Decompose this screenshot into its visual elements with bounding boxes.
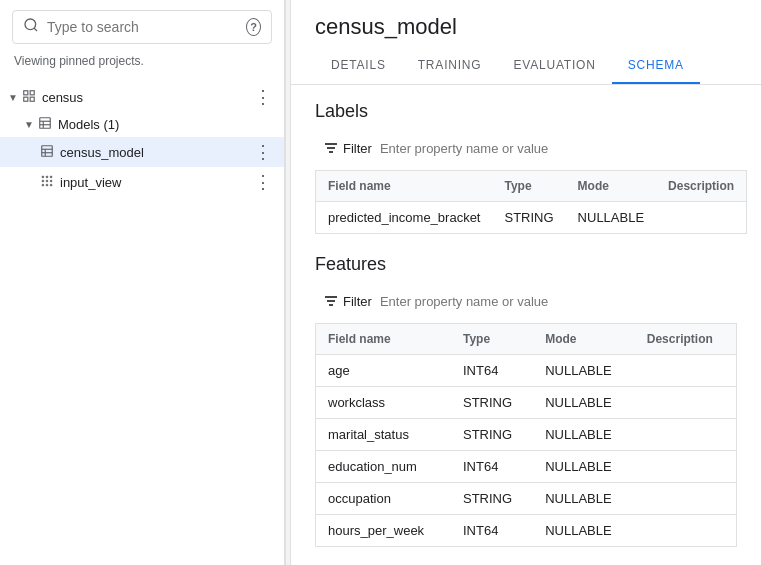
feature-row-fieldname: workclass: [316, 387, 452, 419]
svg-point-17: [42, 180, 44, 182]
chevron-down-icon: ▼: [8, 92, 18, 103]
input-view-label: input_view: [60, 175, 121, 190]
svg-point-16: [50, 176, 52, 178]
svg-rect-3: [30, 90, 34, 94]
svg-point-15: [46, 176, 48, 178]
svg-rect-5: [30, 97, 34, 101]
feature-row-mode: NULLABLE: [533, 355, 635, 387]
tree-item-census-model[interactable]: census_model ⋮: [0, 137, 284, 167]
features-filter-icon: Filter: [323, 293, 372, 309]
features-col-mode: Mode: [533, 324, 635, 355]
table-row: marital_status STRING NULLABLE: [316, 419, 737, 451]
tab-bar: DETAILS TRAINING EVALUATION SCHEMA: [291, 48, 761, 85]
census-label: census: [42, 90, 83, 105]
more-icon[interactable]: ⋮: [250, 141, 276, 163]
table-row: workclass STRING NULLABLE: [316, 387, 737, 419]
labels-section: Labels Filter Field name Type Mode De: [315, 101, 737, 234]
feature-row-mode: NULLABLE: [533, 515, 635, 547]
svg-point-19: [50, 180, 52, 182]
grid-icon: [22, 89, 36, 106]
features-section: Features Filter Field name Type Mode: [315, 254, 737, 547]
table-row: education_num INT64 NULLABLE: [316, 451, 737, 483]
svg-point-0: [25, 19, 36, 30]
features-title: Features: [315, 254, 737, 275]
project-tree: ▼ census ⋮ ▼ Models (1): [0, 78, 284, 201]
svg-point-21: [46, 184, 48, 186]
feature-row-type: STRING: [451, 387, 533, 419]
svg-rect-2: [24, 90, 28, 94]
labels-title: Labels: [315, 101, 737, 122]
view-icon: [40, 174, 54, 191]
features-col-type: Type: [451, 324, 533, 355]
schema-content: Labels Filter Field name Type Mode De: [291, 85, 761, 565]
feature-row-mode: NULLABLE: [533, 419, 635, 451]
feature-row-type: INT64: [451, 355, 533, 387]
right-panel: census_model DETAILS TRAINING EVALUATION…: [291, 0, 761, 565]
model-title: census_model: [291, 0, 761, 48]
census-model-label: census_model: [60, 145, 144, 160]
svg-rect-4: [24, 97, 28, 101]
features-col-description: Description: [635, 324, 737, 355]
feature-row-fieldname: hours_per_week: [316, 515, 452, 547]
feature-row-type: INT64: [451, 515, 533, 547]
tab-evaluation[interactable]: EVALUATION: [497, 48, 611, 84]
feature-row-fieldname: occupation: [316, 483, 452, 515]
search-input[interactable]: [47, 19, 238, 35]
feature-row-mode: NULLABLE: [533, 451, 635, 483]
svg-point-20: [42, 184, 44, 186]
tab-details[interactable]: DETAILS: [315, 48, 402, 84]
labels-filter-icon: Filter: [323, 140, 372, 156]
feature-row-desc: [635, 515, 737, 547]
features-table: Field name Type Mode Description age INT…: [315, 323, 737, 547]
labels-filter-bar[interactable]: Filter: [315, 134, 737, 162]
table-row: predicted_income_bracket STRING NULLABLE: [316, 202, 747, 234]
features-filter-bar[interactable]: Filter: [315, 287, 737, 315]
svg-point-22: [50, 184, 52, 186]
feature-row-desc: [635, 451, 737, 483]
features-filter-input[interactable]: [380, 294, 580, 309]
feature-row-fieldname: marital_status: [316, 419, 452, 451]
tree-item-input-view[interactable]: input_view ⋮: [0, 167, 284, 197]
tab-schema[interactable]: SCHEMA: [612, 48, 700, 84]
feature-row-desc: [635, 355, 737, 387]
table-row: hours_per_week INT64 NULLABLE: [316, 515, 737, 547]
chevron-down-icon: ▼: [24, 119, 34, 130]
model-table-icon: [40, 144, 54, 161]
svg-point-18: [46, 180, 48, 182]
help-icon[interactable]: ?: [246, 18, 261, 36]
label-row-desc: [656, 202, 747, 234]
search-bar[interactable]: ?: [12, 10, 272, 44]
labels-col-type: Type: [492, 171, 565, 202]
labels-col-mode: Mode: [566, 171, 656, 202]
tree-item-census[interactable]: ▼ census ⋮: [0, 82, 284, 112]
label-row-mode: NULLABLE: [566, 202, 656, 234]
table-row: occupation STRING NULLABLE: [316, 483, 737, 515]
label-row-type: STRING: [492, 202, 565, 234]
labels-col-fieldname: Field name: [316, 171, 493, 202]
feature-row-desc: [635, 419, 737, 451]
feature-row-fieldname: age: [316, 355, 452, 387]
feature-row-fieldname: education_num: [316, 451, 452, 483]
feature-row-type: STRING: [451, 483, 533, 515]
feature-row-desc: [635, 483, 737, 515]
tab-training[interactable]: TRAINING: [402, 48, 498, 84]
label-row-fieldname: predicted_income_bracket: [316, 202, 493, 234]
tree-item-models[interactable]: ▼ Models (1): [0, 112, 284, 137]
viewing-pinned-text: Viewing pinned projects.: [0, 54, 284, 78]
labels-filter-input[interactable]: [380, 141, 580, 156]
svg-rect-6: [40, 118, 51, 129]
feature-row-mode: NULLABLE: [533, 483, 635, 515]
labels-col-description: Description: [656, 171, 747, 202]
more-icon[interactable]: ⋮: [250, 171, 276, 193]
search-icon: [23, 17, 39, 37]
table-icon: [38, 116, 52, 133]
more-icon[interactable]: ⋮: [250, 86, 276, 108]
table-row: age INT64 NULLABLE: [316, 355, 737, 387]
features-col-fieldname: Field name: [316, 324, 452, 355]
labels-table: Field name Type Mode Description predict…: [315, 170, 747, 234]
feature-row-mode: NULLABLE: [533, 387, 635, 419]
svg-rect-10: [42, 145, 53, 156]
feature-row-type: STRING: [451, 419, 533, 451]
models-label: Models (1): [58, 117, 119, 132]
feature-row-desc: [635, 387, 737, 419]
